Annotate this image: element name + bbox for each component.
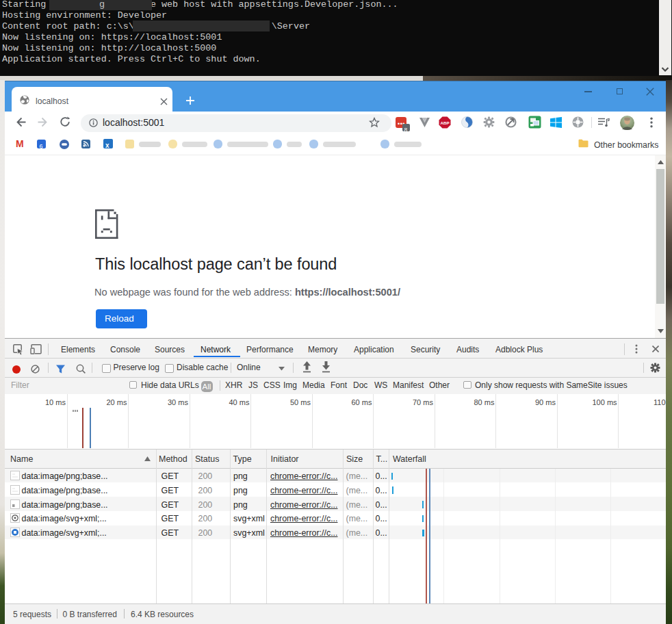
- svg-text:ABP: ABP: [440, 120, 449, 125]
